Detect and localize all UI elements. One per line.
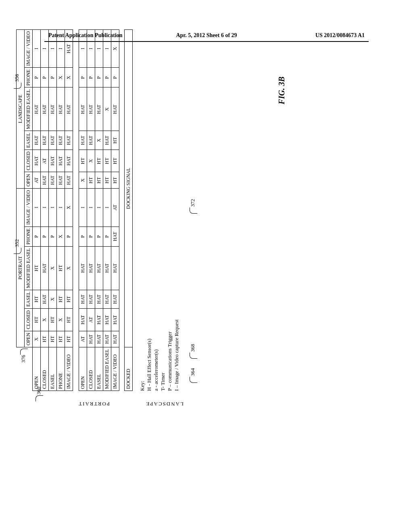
state-cell: HAT [49, 172, 57, 188]
column-header: EASEL [25, 131, 33, 150]
state-cell: HAT [65, 29, 73, 68]
state-cell: P [79, 68, 87, 87]
docking-signal-cell: DOCKING SIGNAL [125, 29, 133, 347]
state-cell: HAT [95, 331, 103, 347]
colgroup-portrait: PORTRAIT [17, 188, 25, 347]
state-cell: HAT [111, 331, 119, 347]
state-cell: I [57, 29, 65, 68]
state-cell: HT [95, 150, 103, 172]
state-cell: X [111, 29, 119, 68]
column-header: IMAGE / VIDEO [25, 29, 33, 68]
column-header: MODIFIED EASEL [25, 246, 33, 290]
state-cell: HAT [41, 246, 49, 290]
state-cell: P [95, 227, 103, 246]
state-cell: HAT [111, 227, 119, 246]
state-transition-table: PORTRAIT LANDSCAPE OPENCLOSEDEASELMODIFI… [16, 29, 133, 391]
callout-368: 368 [190, 344, 197, 359]
table-row: CLOSEDHTXHATHATPIHATATHATHATPI [41, 29, 49, 391]
state-cell: HAT [49, 87, 57, 131]
state-cell: I [49, 29, 57, 68]
state-cell: HAT [65, 172, 73, 188]
state-cell: HT [79, 150, 87, 172]
state-cell: P [87, 68, 95, 87]
state-cell: P [65, 227, 73, 246]
state-cell: HAT [111, 308, 119, 331]
state-cell: HAT [103, 246, 111, 290]
row-label: IMAGE / VIDEO [65, 347, 73, 391]
state-cell: HT [111, 150, 119, 172]
row-label: EASEL [95, 347, 103, 391]
key-line: T- Timer [160, 28, 166, 391]
row-label: PHONE [57, 347, 65, 391]
state-cell: HT [57, 331, 65, 347]
row-label-docked: DOCKED [125, 347, 133, 391]
state-cell: X [33, 331, 41, 347]
state-cell: HAT [65, 87, 73, 131]
row-label: OPEN [79, 347, 87, 391]
state-cell: I [49, 188, 57, 227]
state-cell: HT [65, 290, 73, 308]
column-header: EASEL [25, 290, 33, 308]
state-cell: HAT [95, 290, 103, 308]
key-title: Key: [139, 28, 146, 391]
row-label: MODIFIED EASEL [103, 347, 111, 391]
state-cell: HAT [87, 331, 95, 347]
state-cell: I [103, 29, 111, 68]
state-cell: P [111, 68, 119, 87]
state-cell: HAT [79, 246, 87, 290]
state-cell: I [41, 29, 49, 68]
state-cell: HT [33, 246, 41, 290]
state-cell: P [41, 227, 49, 246]
figure-container: 352 356 376 360 PORTRAIT LANDSCAPE PORTR… [36, 60, 375, 423]
key-line: a - accelerometer(s) [153, 28, 159, 391]
table-row: IMAGE / VIDEOHATHATHATHATHATATHTHTHTHATP… [111, 29, 119, 391]
state-cell: HAT [33, 131, 41, 150]
key-line: H - Hall Effect Sensor(s) [146, 28, 152, 391]
state-cell: HT [57, 290, 65, 308]
column-header: CLOSED [25, 150, 33, 172]
table-row: EASELHATHATHATHATPIHTHTXHATPI [95, 29, 103, 391]
state-cell: X [49, 246, 57, 290]
column-header: OPEN [25, 331, 33, 347]
state-cell: HT [49, 308, 57, 331]
state-cell: HAT [41, 87, 49, 131]
state-cell: I [87, 188, 95, 227]
state-cell: X [57, 308, 65, 331]
state-cell: P [41, 68, 49, 87]
state-cell: X [103, 87, 111, 131]
state-cell: HAT [111, 246, 119, 290]
state-cell: HT [111, 172, 119, 188]
state-cell: HAT [33, 87, 41, 131]
state-cell: HAT [49, 131, 57, 150]
callout-356: 356 [14, 74, 21, 89]
state-cell: I [33, 188, 41, 227]
column-header: CLOSED [25, 308, 33, 331]
state-cell: X [49, 290, 57, 308]
table-row: PHONEHTXHTHTXIHATHATHATHATXI [57, 29, 65, 391]
state-cell: X [65, 246, 73, 290]
state-cell: AT [87, 308, 95, 331]
state-cell: HAT [57, 172, 65, 188]
state-cell: HAT [103, 290, 111, 308]
state-cell: P [95, 68, 103, 87]
state-cell: HAT [57, 150, 65, 172]
state-cell: AT [111, 188, 119, 227]
state-cell: HAT [57, 131, 65, 150]
column-header: OPEN [25, 172, 33, 188]
state-cell: P [79, 227, 87, 246]
state-cell: HT [65, 331, 73, 347]
column-header: IMAGE / VIDEO [25, 188, 33, 227]
callout-360: 360 [35, 387, 43, 402]
state-cell: P [33, 68, 41, 87]
state-cell: X [79, 172, 87, 188]
column-header: PHONE [25, 68, 33, 87]
state-cell: HAT [49, 150, 57, 172]
figure-caption: FIG. 3B [277, 77, 286, 104]
state-cell: I [87, 29, 95, 68]
state-cell: I [41, 188, 49, 227]
state-cell: P [49, 68, 57, 87]
state-cell: HT [33, 308, 41, 331]
rowgroup-label-portrait: PORTRAIT [53, 401, 110, 407]
state-cell: HT [103, 150, 111, 172]
state-cell: HAT [103, 131, 111, 150]
